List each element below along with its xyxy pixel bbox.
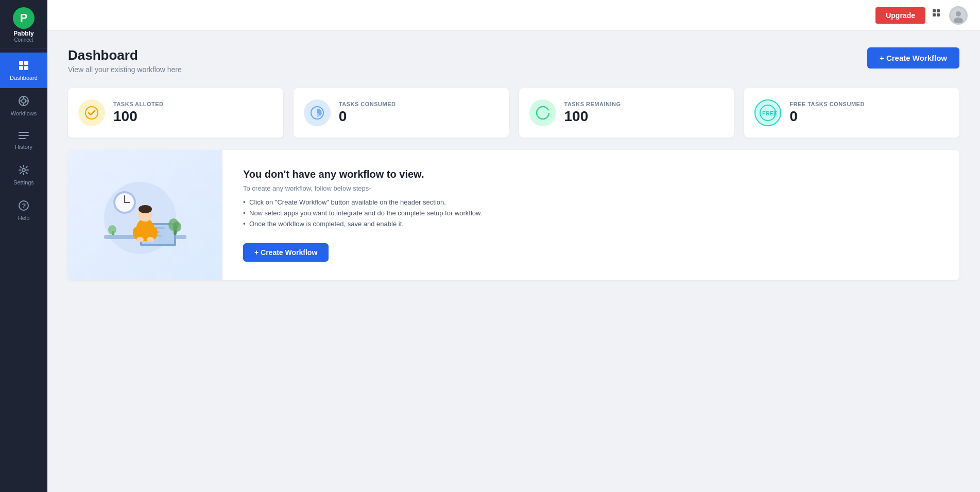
svg-point-46 bbox=[173, 222, 181, 232]
empty-state-subtitle: To create any workflow, follow below ste… bbox=[243, 184, 482, 192]
tasks-remaining-label: TASKS REMAINING bbox=[564, 101, 621, 107]
svg-rect-0 bbox=[19, 61, 23, 65]
tasks-alloted-label: TASKS ALLOTED bbox=[113, 101, 164, 107]
create-workflow-top-button[interactable]: + Create Workflow bbox=[867, 47, 959, 69]
sidebar-nav: Dashboard Workflows bbox=[0, 53, 47, 228]
user-avatar[interactable] bbox=[949, 6, 968, 25]
stat-card-free-tasks-consumed-info: FREE TASKS CONSUMED 0 bbox=[789, 101, 865, 125]
svg-rect-17 bbox=[937, 9, 940, 12]
main-area: Upgrade Dashboard V bbox=[47, 0, 980, 492]
create-workflow-button[interactable]: + Create Workflow bbox=[243, 243, 329, 262]
sidebar-item-help-label: Help bbox=[18, 215, 30, 221]
grid-icon[interactable] bbox=[932, 8, 943, 22]
empty-state-steps: Click on "Create Workflow" button availa… bbox=[243, 198, 482, 231]
stat-card-tasks-remaining: TASKS REMAINING 100 bbox=[519, 88, 734, 138]
sidebar-item-dashboard[interactable]: Dashboard bbox=[0, 53, 47, 88]
sidebar-item-history[interactable]: History bbox=[0, 124, 47, 157]
tasks-consumed-label: TASKS CONSUMED bbox=[339, 101, 396, 107]
free-tasks-consumed-label: FREE TASKS CONSUMED bbox=[789, 101, 865, 107]
empty-step-2: Now select apps you want to integrate an… bbox=[243, 209, 482, 217]
sidebar-item-history-label: History bbox=[15, 144, 32, 150]
svg-point-23 bbox=[85, 107, 98, 119]
page-header: Dashboard View all your existing workflo… bbox=[68, 47, 959, 74]
svg-point-13 bbox=[22, 168, 25, 172]
upgrade-button[interactable]: Upgrade bbox=[875, 7, 925, 24]
topbar-actions: Upgrade bbox=[875, 6, 968, 25]
page-subtitle: View all your existing workflow here bbox=[68, 65, 182, 74]
stat-card-tasks-alloted: TASKS ALLOTED 100 bbox=[68, 88, 283, 138]
sidebar-item-dashboard-label: Dashboard bbox=[10, 75, 38, 81]
dashboard-icon bbox=[18, 60, 29, 73]
sidebar-item-settings-label: Settings bbox=[13, 179, 34, 185]
sidebar-item-help[interactable]: ? Help bbox=[0, 193, 47, 228]
page-header-text: Dashboard View all your existing workflo… bbox=[68, 47, 182, 74]
stats-row: TASKS ALLOTED 100 TASKS CONSUMED 0 bbox=[68, 88, 959, 138]
svg-text:FREE: FREE bbox=[762, 110, 777, 116]
workflow-illustration bbox=[89, 174, 202, 257]
workflows-icon bbox=[18, 95, 29, 108]
logo-sub: Connect bbox=[14, 37, 33, 43]
svg-point-21 bbox=[956, 11, 961, 16]
tasks-consumed-icon bbox=[304, 99, 331, 126]
stat-card-tasks-remaining-info: TASKS REMAINING 100 bbox=[564, 101, 621, 125]
logo-name: Pabbly bbox=[13, 30, 33, 37]
tasks-alloted-value: 100 bbox=[113, 108, 164, 125]
svg-rect-3 bbox=[24, 66, 28, 70]
tasks-remaining-value: 100 bbox=[564, 108, 621, 125]
free-tasks-consumed-value: 0 bbox=[789, 108, 865, 125]
history-icon bbox=[18, 131, 29, 142]
empty-workflow-card: You don't have any workflow to view. To … bbox=[68, 150, 959, 280]
svg-rect-18 bbox=[933, 13, 936, 16]
stat-card-free-tasks-consumed: FREE FREE TASKS CONSUMED 0 bbox=[744, 88, 959, 138]
tasks-remaining-icon bbox=[529, 99, 556, 126]
svg-point-41 bbox=[139, 205, 152, 213]
empty-step-3: Once the workflow is completed, save and… bbox=[243, 220, 482, 228]
svg-point-25 bbox=[537, 107, 549, 119]
svg-point-42 bbox=[136, 237, 144, 242]
settings-icon bbox=[18, 164, 29, 177]
sidebar-item-settings[interactable]: Settings bbox=[0, 157, 47, 193]
help-icon: ? bbox=[18, 200, 29, 213]
logo-icon: P bbox=[13, 7, 35, 29]
empty-step-1: Click on "Create Workflow" button availa… bbox=[243, 198, 482, 206]
page-title: Dashboard bbox=[68, 47, 182, 63]
content-area: Dashboard View all your existing workflo… bbox=[47, 31, 980, 492]
free-tasks-consumed-icon: FREE bbox=[754, 99, 781, 126]
svg-rect-1 bbox=[24, 61, 28, 65]
svg-point-48 bbox=[108, 225, 116, 234]
topbar: Upgrade bbox=[47, 0, 980, 31]
empty-state-title: You don't have any workflow to view. bbox=[243, 168, 482, 180]
stat-card-tasks-alloted-info: TASKS ALLOTED 100 bbox=[113, 101, 164, 125]
stat-card-tasks-consumed-info: TASKS CONSUMED 0 bbox=[339, 101, 396, 125]
svg-rect-2 bbox=[19, 66, 23, 70]
empty-card-content: You don't have any workflow to view. To … bbox=[222, 150, 503, 280]
tasks-consumed-value: 0 bbox=[339, 108, 396, 125]
stat-card-tasks-consumed: TASKS CONSUMED 0 bbox=[294, 88, 509, 138]
sidebar-item-workflows[interactable]: Workflows bbox=[0, 88, 47, 124]
svg-rect-16 bbox=[933, 9, 936, 12]
svg-point-5 bbox=[22, 99, 26, 103]
illustration-area bbox=[68, 150, 222, 280]
sidebar-item-workflows-label: Workflows bbox=[11, 110, 37, 116]
logo-area: P Pabbly Connect bbox=[0, 0, 47, 48]
svg-rect-19 bbox=[937, 13, 940, 16]
tasks-alloted-icon bbox=[78, 99, 105, 126]
svg-text:?: ? bbox=[22, 202, 26, 210]
svg-point-43 bbox=[147, 237, 154, 242]
sidebar: P Pabbly Connect Dashboard bbox=[0, 0, 47, 492]
